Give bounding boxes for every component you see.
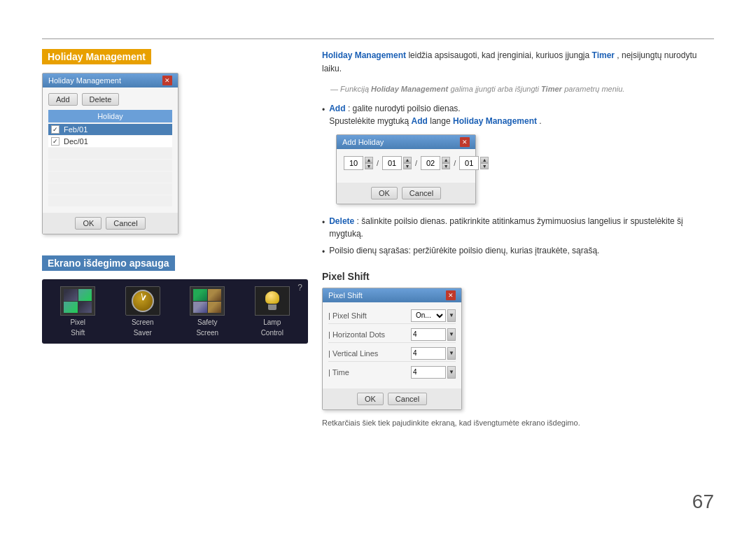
month-arrows: ▲ ▼ — [365, 157, 373, 169]
holiday-row-empty-4 — [48, 183, 172, 195]
holiday-management-heading: Holiday Management — [42, 49, 151, 64]
add-holiday-title: Add Holiday — [342, 138, 384, 146]
hour-spinner[interactable]: ▲ ▼ — [421, 156, 450, 170]
help-icon[interactable]: ? — [298, 283, 302, 293]
month-input[interactable] — [344, 156, 363, 170]
ps-input-v-lines[interactable] — [411, 347, 446, 360]
hour-input[interactable] — [421, 156, 440, 170]
ps-label-pixel-shift: | Pixel Shift — [328, 311, 367, 320]
day-up-arrow[interactable]: ▲ — [403, 157, 412, 163]
holiday-dialog-title: Holiday Management — [48, 76, 121, 85]
ps-select-pixel-shift[interactable]: On... Off — [411, 309, 446, 322]
holiday-cancel-button[interactable]: Cancel — [106, 217, 145, 230]
ps-value-pixel-shift[interactable]: On... Off ▼ — [411, 309, 456, 322]
top-divider — [42, 38, 714, 39]
day-spinner[interactable]: ▲ ▼ — [382, 156, 412, 170]
ps-value-time[interactable]: ▼ — [411, 366, 456, 379]
holiday-checkbox-1[interactable]: ✓ — [51, 125, 59, 134]
ps-value-h-dots[interactable]: ▼ — [411, 328, 456, 341]
ps-row-v-lines: | Vertical Lines ▼ — [328, 346, 456, 362]
hour-up-arrow[interactable]: ▲ — [442, 157, 450, 163]
ps-input-time[interactable] — [411, 366, 446, 379]
ps-cancel-button[interactable]: Cancel — [388, 393, 427, 405]
holiday-management-dialog: Holiday Management ✕ Add Delete Holiday … — [42, 73, 178, 234]
add-holiday-body: ▲ ▼ / ▲ ▼ / — [337, 149, 475, 183]
bullet-dot-1: • — [322, 104, 325, 127]
ps-dialog-titlebar: Pixel Shift ✕ — [323, 288, 461, 302]
holiday-table-header: Holiday — [48, 110, 172, 122]
holiday-description-block: Holiday Management leidžia apsisaugoti, … — [322, 49, 714, 76]
add-sub-text: Spustelėkite mygtuką — [329, 116, 411, 126]
add-holiday-cancel[interactable]: Cancel — [402, 187, 441, 199]
lamp-control-label-2: Control — [261, 329, 284, 337]
holiday-delete-button[interactable]: Delete — [82, 93, 120, 106]
pixel-shift-icon[interactable] — [60, 286, 95, 316]
min-input[interactable] — [459, 156, 479, 170]
ps-arrow-pixel-shift[interactable]: ▼ — [447, 309, 456, 322]
holiday-note-text: — Funkciją — [330, 85, 371, 93]
sep2: / — [414, 159, 419, 167]
month-up-arrow[interactable]: ▲ — [365, 157, 373, 163]
hour-down-arrow[interactable]: ▼ — [442, 163, 450, 169]
holiday-row-empty-3 — [48, 171, 172, 183]
pixel-shift-section: Pixel Shift Pixel Shift ✕ | Pixel Shift … — [322, 271, 714, 429]
add-sub-link: Add — [412, 116, 428, 126]
lamp-control-icon-item[interactable]: Lamp Control — [255, 286, 290, 337]
day-input[interactable] — [382, 156, 402, 170]
safety-screen-icon[interactable] — [190, 286, 225, 316]
add-sub-dot: . — [539, 116, 541, 126]
ps-arrow-v-lines[interactable]: ▼ — [447, 347, 456, 360]
screen-saver-icon-item[interactable]: Screen Saver — [125, 286, 160, 337]
holiday-row-empty-1 — [48, 148, 172, 159]
ps-dialog-close[interactable]: ✕ — [446, 290, 456, 300]
ps-input-h-dots[interactable] — [411, 328, 446, 341]
sep3: / — [452, 159, 457, 167]
pixel-shift-icon-item[interactable]: Pixel Shift — [60, 286, 95, 337]
holiday-row-2[interactable]: ✓ Dec/01 — [48, 136, 172, 147]
add-holiday-titlebar: Add Holiday ✕ — [337, 135, 475, 149]
month-spinner[interactable]: ▲ ▼ — [344, 156, 373, 170]
ps-arrow-h-dots[interactable]: ▼ — [447, 328, 456, 341]
add-link: Add — [329, 104, 345, 113]
bullet-add: • Add : galite nurodyti poilsio dienas. … — [322, 102, 714, 127]
ps-dialog-footer: OK Cancel — [323, 388, 461, 409]
min-down-arrow[interactable]: ▼ — [480, 163, 489, 169]
add-holiday-dialog: Add Holiday ✕ ▲ ▼ / — [336, 134, 476, 204]
ps-label-v-lines: | Vertical Lines — [328, 349, 378, 358]
holiday-dialog-close[interactable]: ✕ — [162, 76, 172, 85]
holiday-management-section: Holiday Management Holiday Management ✕ … — [42, 49, 308, 234]
ps-ok-button[interactable]: OK — [357, 393, 384, 405]
ps-value-v-lines[interactable]: ▼ — [411, 347, 456, 360]
bullet-delete: • Delete : šalinkite poilsio dienas. pat… — [322, 215, 714, 240]
holiday-ok-button[interactable]: OK — [75, 217, 102, 230]
pixel-shift-caption: Retkarčiais šiek tiek pajudinkite ekraną… — [322, 417, 714, 429]
screen-saver-icon[interactable] — [125, 286, 160, 316]
ps-arrow-time[interactable]: ▼ — [447, 366, 456, 379]
safety-screen-grid — [193, 289, 221, 313]
screen-protection-heading: Ekrano išdegimo apsauga — [42, 255, 175, 271]
min-arrows: ▲ ▼ — [480, 157, 489, 169]
holiday-checkbox-2[interactable]: ✓ — [51, 137, 59, 146]
add-holiday-ok[interactable]: OK — [371, 187, 398, 199]
ps-dialog-body: | Pixel Shift On... Off ▼ | Horizontal D… — [323, 302, 461, 388]
min-spinner[interactable]: ▲ ▼ — [459, 156, 489, 170]
holiday-add-button[interactable]: Add — [48, 93, 78, 106]
day-down-arrow[interactable]: ▼ — [403, 163, 412, 169]
add-text: : galite nurodyti poilsio dienas. — [348, 104, 461, 113]
lamp-control-icon[interactable] — [255, 286, 290, 316]
pixel-shift-dialog: Pixel Shift ✕ | Pixel Shift On... Off ▼ — [322, 288, 462, 410]
add-holiday-close[interactable]: ✕ — [460, 137, 470, 147]
bulb-base — [268, 304, 276, 310]
min-up-arrow[interactable]: ▲ — [480, 157, 489, 163]
holiday-dialog-titlebar: Holiday Management ✕ — [43, 73, 178, 87]
holiday-row-1[interactable]: ✓ Feb/01 — [48, 124, 172, 135]
safety-screen-icon-item[interactable]: Safety Screen — [190, 286, 225, 337]
bullet-delete-content: Delete : šalinkite poilsio dienas. patik… — [329, 215, 714, 240]
holiday-note-block: — Funkciją Holiday Management galima įju… — [330, 83, 714, 96]
add-sub-mid: lange — [430, 116, 453, 126]
month-down-arrow[interactable]: ▼ — [365, 163, 373, 169]
ps-dialog-title: Pixel Shift — [328, 291, 363, 300]
left-column: Holiday Management Holiday Management ✕ … — [42, 49, 308, 344]
pixel-shift-label-2: Shift — [71, 329, 85, 337]
bullet-add-content: Add : galite nurodyti poilsio dienas. Sp… — [329, 102, 542, 127]
